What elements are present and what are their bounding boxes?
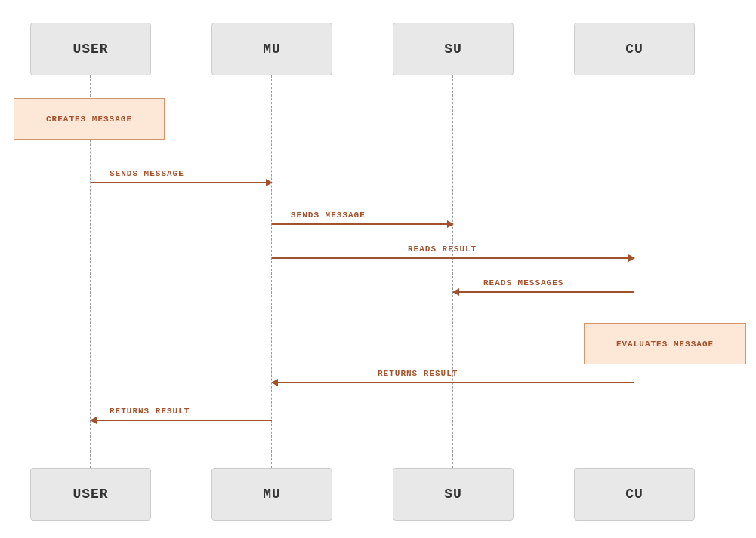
lifeline-su [452,75,453,468]
msg1-line [91,182,272,183]
creates-message-box: CREATES MESSAGE [14,98,165,140]
actor-user-bottom: USER [30,468,151,521]
actor-cu-top: CU [574,23,695,75]
actor-cu-bottom: CU [574,468,695,521]
creates-message-label: CREATES MESSAGE [46,115,132,124]
actor-user-bottom-label: USER [73,487,108,502]
msg1-label: SENDS MESSAGE [110,169,184,178]
msg5-line [272,382,634,383]
actor-su-bottom-label: SU [444,487,462,502]
msg3-line [272,257,634,259]
msg6-line [91,420,272,421]
lifeline-cu [634,75,634,468]
msg3-label: READS RESULT [408,244,477,254]
evaluates-message-label: EVALUATES MESSAGE [616,340,714,349]
msg2-line [272,223,453,225]
actor-mu-bottom-label: MU [263,487,281,502]
lifeline-mu [271,75,272,468]
actor-mu-top-label: MU [263,42,281,57]
actor-su-top: SU [393,23,514,75]
msg5-label: RETURNS RESULT [378,369,458,378]
msg4-line [453,291,634,293]
msg6-label: RETURNS RESULT [110,407,190,416]
actor-su-top-label: SU [444,42,462,57]
actor-mu-top: MU [211,23,332,75]
actor-user-top: USER [30,23,151,75]
actor-user-top-label: USER [73,42,108,57]
msg2-label: SENDS MESSAGE [291,211,366,220]
actor-cu-bottom-label: CU [625,487,643,502]
actor-su-bottom: SU [393,468,514,521]
actor-cu-top-label: CU [625,42,643,57]
actor-mu-bottom: MU [211,468,332,521]
evaluates-message-box: EVALUATES MESSAGE [584,323,746,364]
sequence-diagram: USER MU SU CU USER MU SU CU CREATES MESS… [0,0,756,538]
msg4-label: READS MESSAGES [483,278,563,287]
